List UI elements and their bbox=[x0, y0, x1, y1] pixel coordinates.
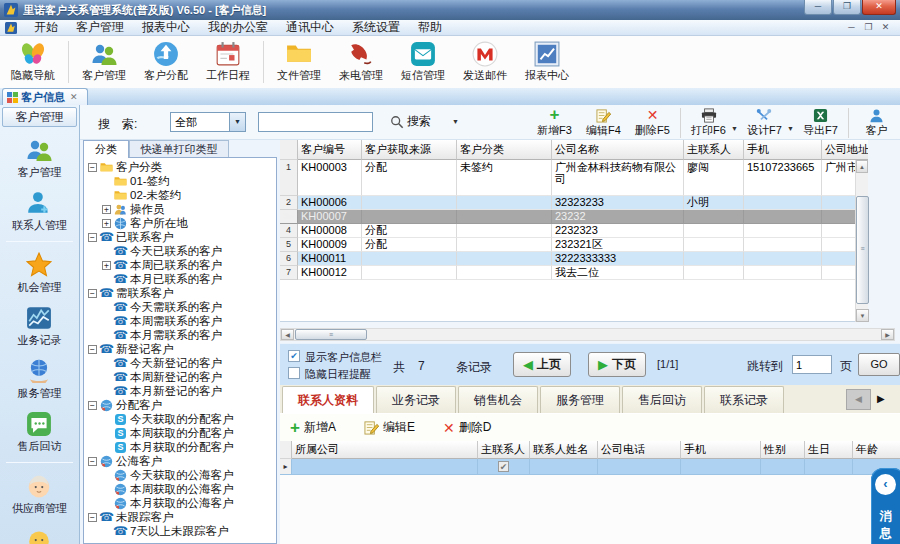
menu-item-1[interactable]: 客户管理 bbox=[67, 20, 133, 35]
toolbar-button-5[interactable]: 来电管理 bbox=[330, 41, 392, 83]
sidebar-item-0[interactable]: 客户管理 bbox=[0, 137, 79, 180]
scroll-up-icon[interactable]: ▲ bbox=[856, 160, 868, 173]
tree-tab-category[interactable]: 分类 bbox=[83, 140, 129, 158]
toolbar-button-2[interactable]: 客户分配 bbox=[135, 41, 197, 83]
sidebar-header[interactable]: 客户管理 bbox=[2, 107, 77, 127]
contact-column-header-3[interactable]: 公司电话 bbox=[598, 441, 681, 459]
tree-node-18[interactable]: S今天获取的分配客户 bbox=[84, 412, 276, 426]
column-header-0[interactable]: 客户编号 bbox=[298, 140, 362, 160]
tree-node-12[interactable]: ☎本月需联系的客户 bbox=[84, 328, 276, 342]
detail-action-新增A[interactable]: +新增A bbox=[290, 419, 336, 436]
vertical-scroll-thumb[interactable]: ≡ bbox=[856, 196, 869, 304]
menu-item-0[interactable]: 开始 bbox=[25, 20, 67, 35]
column-header-2[interactable]: 客户分类 bbox=[457, 140, 552, 160]
tree-node-11[interactable]: ☎本周需联系的客户 bbox=[84, 314, 276, 328]
action-导出F7[interactable]: 导出F7 bbox=[796, 108, 845, 138]
sidebar-item-partial[interactable] bbox=[0, 526, 79, 544]
detail-tabs-scroll-right-icon[interactable]: ▶ bbox=[877, 393, 885, 404]
tree-node-6[interactable]: ☎今天已联系的客户 bbox=[84, 244, 276, 258]
tree-node-26[interactable]: ☎7天以上未跟踪客户 bbox=[84, 524, 276, 538]
primary-contact-checkbox[interactable]: ✔ bbox=[498, 461, 509, 472]
go-button[interactable]: GO bbox=[858, 353, 900, 376]
menu-item-5[interactable]: 系统设置 bbox=[343, 20, 409, 35]
menu-item-4[interactable]: 通讯中心 bbox=[277, 20, 343, 35]
menu-item-3[interactable]: 我的办公室 bbox=[199, 20, 277, 35]
mdi-close-button[interactable]: ✕ bbox=[877, 21, 894, 34]
search-dropdown-icon[interactable]: ▼ bbox=[452, 118, 459, 125]
vertical-scrollbar[interactable]: ▲ ≡ ▼ bbox=[855, 160, 868, 322]
tree-node-19[interactable]: S本周获取的分配客户 bbox=[84, 426, 276, 440]
column-header-5[interactable]: 手机 bbox=[744, 140, 822, 160]
toolbar-button-0[interactable]: 隐藏导航 bbox=[2, 41, 64, 83]
tree-node-17[interactable]: −分配客户 bbox=[84, 398, 276, 412]
tree-node-25[interactable]: −☎未跟踪客户 bbox=[84, 510, 276, 524]
contact-column-header-2[interactable]: 联系人姓名 bbox=[530, 441, 598, 459]
tree-node-20[interactable]: S本月获取的分配客户 bbox=[84, 440, 276, 454]
detail-tab-3[interactable]: 服务管理 bbox=[540, 386, 620, 413]
tree-node-13[interactable]: −☎新登记客户 bbox=[84, 342, 276, 356]
close-button[interactable]: ✕ bbox=[862, 0, 896, 15]
tree-expander-icon[interactable]: + bbox=[102, 219, 111, 228]
tree-node-0[interactable]: −客户分类 bbox=[84, 160, 276, 174]
tree-expander-icon[interactable]: − bbox=[88, 345, 97, 354]
collapse-chevron-icon[interactable]: ‹ bbox=[875, 474, 896, 495]
tree-node-8[interactable]: ☎本月已联系的客户 bbox=[84, 272, 276, 286]
sidebar-item-5[interactable]: 售后回访 bbox=[0, 411, 79, 454]
jump-page-input[interactable] bbox=[792, 355, 832, 374]
toolbar-button-8[interactable]: 报表中心 bbox=[516, 41, 578, 83]
tree-node-4[interactable]: +客户所在地 bbox=[84, 216, 276, 230]
tree-tab-express-print[interactable]: 快递单打印类型 bbox=[129, 140, 229, 158]
tree-node-3[interactable]: +操作员 bbox=[84, 202, 276, 216]
tree-expander-icon[interactable]: − bbox=[88, 233, 97, 242]
contact-column-header-4[interactable]: 手机 bbox=[681, 441, 761, 459]
message-flyout[interactable]: ‹ 消息 bbox=[871, 468, 900, 544]
mdi-restore-button[interactable]: ❐ bbox=[860, 21, 877, 34]
tree-node-10[interactable]: ☎今天需联系的客户 bbox=[84, 300, 276, 314]
action-打印F6[interactable]: 打印F6 bbox=[684, 108, 733, 138]
tree-node-2[interactable]: 02-未签约 bbox=[84, 188, 276, 202]
restore-button[interactable]: ❐ bbox=[833, 0, 861, 15]
toolbar-button-7[interactable]: 发送邮件 bbox=[454, 41, 516, 83]
show-customer-info-checkbox[interactable]: ✔ bbox=[288, 350, 300, 362]
prev-page-button[interactable]: ◀ 上页 bbox=[513, 352, 571, 377]
sidebar-item-6[interactable]: 供应商管理 bbox=[0, 473, 79, 516]
horizontal-scrollbar[interactable]: ◀ ≡ ▶ bbox=[280, 328, 895, 341]
tree-node-23[interactable]: 本周获取的公海客户 bbox=[84, 482, 276, 496]
menu-item-2[interactable]: 报表中心 bbox=[133, 20, 199, 35]
mdi-minimize-button[interactable]: ─ bbox=[843, 21, 860, 34]
sidebar-item-2[interactable]: 机会管理 bbox=[0, 252, 79, 295]
detail-tab-1[interactable]: 业务记录 bbox=[376, 386, 456, 413]
scroll-down-icon[interactable]: ▼ bbox=[856, 309, 869, 322]
column-header-4[interactable]: 主联系人 bbox=[684, 140, 744, 160]
action-设计F7[interactable]: 设计F7 bbox=[740, 108, 789, 138]
sidebar-item-4[interactable]: 服务管理 bbox=[0, 358, 79, 401]
table-row-3[interactable]: 3▸KH0000723232 bbox=[280, 210, 868, 224]
tree-node-24[interactable]: 本月获取的公海客户 bbox=[84, 496, 276, 510]
search-input[interactable] bbox=[258, 112, 373, 132]
table-row-4[interactable]: 4KH00008分配2232323 bbox=[280, 224, 868, 238]
tab-close-icon[interactable]: ✕ bbox=[70, 92, 78, 102]
table-row-1[interactable]: 1KH00003分配未签约广州金林科技药物有限公司廖闯15107233665广州… bbox=[280, 160, 868, 196]
scroll-left-icon[interactable]: ◀ bbox=[281, 329, 294, 340]
column-header-1[interactable]: 客户获取来源 bbox=[362, 140, 457, 160]
detail-action-删除D[interactable]: ✕删除D bbox=[443, 419, 491, 436]
hide-schedule-checkbox[interactable] bbox=[288, 367, 300, 379]
tree-node-16[interactable]: ☎本月新登记的客户 bbox=[84, 384, 276, 398]
toolbar-button-1[interactable]: 客户管理 bbox=[73, 41, 135, 83]
tree-expander-icon[interactable]: − bbox=[88, 163, 97, 172]
tree-expander-icon[interactable]: + bbox=[102, 261, 111, 270]
detail-tab-5[interactable]: 联系记录 bbox=[704, 386, 784, 413]
next-page-button[interactable]: ▶ 下页 bbox=[588, 352, 646, 377]
tree-expander-icon[interactable]: − bbox=[88, 513, 97, 522]
tab-customer-info[interactable]: 客户信息 ✕ bbox=[2, 88, 88, 105]
contact-column-header-7[interactable]: 年龄 bbox=[853, 441, 900, 459]
contact-column-header-5[interactable]: 性别 bbox=[761, 441, 805, 459]
tree-expander-icon[interactable]: + bbox=[102, 205, 111, 214]
sidebar-item-1[interactable]: 联系人管理 bbox=[0, 190, 79, 233]
contact-column-header-1[interactable]: 主联系人 bbox=[478, 441, 530, 459]
column-header-3[interactable]: 公司名称 bbox=[552, 140, 684, 160]
tree-node-21[interactable]: −公海客户 bbox=[84, 454, 276, 468]
toolbar-button-4[interactable]: 文件管理 bbox=[268, 41, 330, 83]
table-row-7[interactable]: 7KH00012我去二位 bbox=[280, 266, 868, 280]
contact-column-header-6[interactable]: 生日 bbox=[805, 441, 853, 459]
